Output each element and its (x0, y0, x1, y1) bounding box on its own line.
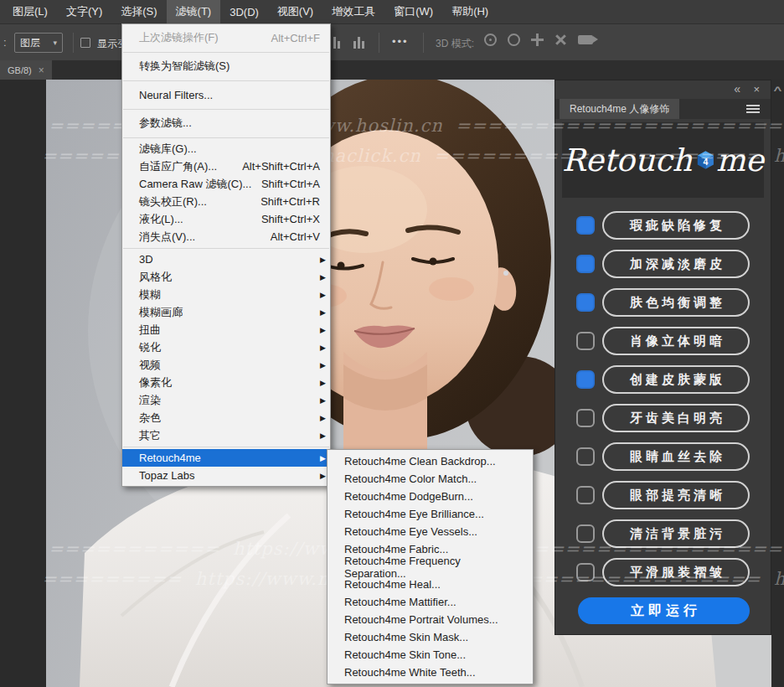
submenu-item[interactable]: Retouch4me DodgeBurn... (328, 488, 533, 505)
submenu-item[interactable]: Retouch4me Heal... (328, 576, 533, 593)
panel-tab[interactable]: Retouch4me 人像修饰 (560, 99, 679, 119)
submenu-arrow-icon: ▶ (320, 379, 326, 387)
filter-menu-item[interactable]: 杂色▶ (122, 409, 330, 426)
feature-button[interactable]: 肖像立体明暗 (602, 327, 750, 355)
filter-menu-item[interactable]: 模糊▶ (122, 286, 330, 303)
feature-checkbox[interactable] (576, 216, 595, 235)
filter-menu-item[interactable]: 3D▶ (122, 251, 330, 268)
layer-select-dropdown[interactable]: 图层 ▾ (14, 33, 63, 53)
filter-menu-item[interactable]: Retouch4me▶ (122, 449, 330, 467)
menubar-item[interactable]: 滤镜(T) (167, 0, 221, 23)
feature-button[interactable]: 肤色均衡调整 (602, 288, 750, 317)
feature-checkbox[interactable] (576, 447, 595, 466)
feature-button[interactable]: 牙齿美白明亮 (602, 404, 750, 432)
filter-menu-item[interactable]: 参数滤镜... (122, 111, 330, 135)
menubar-item[interactable]: 文字(Y) (57, 0, 111, 23)
filter-menu-item[interactable]: 转换为智能滤镜(S) (122, 54, 330, 78)
filter-menu-item[interactable]: 镜头校正(R)...Shift+Ctrl+R (122, 193, 330, 210)
submenu-item[interactable]: Retouch4me Clean Backdrop... (328, 452, 533, 470)
document-tab[interactable]: GB/8) × (0, 60, 52, 80)
feature-button[interactable]: 平滑服装褶皱 (602, 558, 750, 586)
close-panel-icon[interactable]: × (753, 83, 760, 96)
filter-menu-item[interactable]: 消失点(V)...Alt+Ctrl+V (122, 228, 330, 245)
distribute-horizontal-icon[interactable] (333, 35, 340, 49)
feature-button-label: 肖像立体明暗 (630, 333, 725, 349)
menu-item-label: 锐化 (139, 340, 161, 355)
retouch4me-panel: « × Retouch4me 人像修饰 Retouch 4 me 瑕疵缺陷修复加… (554, 80, 771, 635)
feature-checkbox[interactable] (576, 409, 595, 427)
feature-button[interactable]: 眼睛血丝去除 (602, 442, 750, 471)
menu-item-label: Retouch4me Eye Brilliance... (344, 508, 484, 520)
submenu-arrow-icon: ▶ (320, 308, 326, 317)
submenu-item[interactable]: Retouch4me Skin Tone... (328, 646, 533, 664)
filter-menu-item[interactable]: 像素化▶ (122, 374, 330, 391)
feature-checkbox[interactable] (576, 486, 595, 504)
3d-camera-icon[interactable] (578, 35, 593, 44)
filter-menu-item[interactable]: Topaz Labs▶ (122, 467, 330, 484)
3d-orbit-icon[interactable] (484, 34, 497, 46)
submenu-arrow-icon: ▶ (320, 396, 326, 405)
submenu-item[interactable]: Retouch4me Mattifier... (328, 593, 533, 611)
show-transform-checkbox[interactable] (80, 38, 90, 48)
filter-menu-item[interactable]: 风格化▶ (122, 268, 330, 286)
feature-button-label: 创建皮肤蒙版 (630, 372, 725, 388)
filter-menu-item[interactable]: 渲染▶ (122, 391, 330, 409)
menu-item-label: Retouch4me Portrait Volumes... (344, 613, 498, 626)
filter-menu-item[interactable]: 上次滤镜操作(F)Alt+Ctrl+F (122, 26, 330, 49)
menubar-item[interactable]: 视图(V) (268, 0, 322, 23)
3d-pan-icon[interactable] (531, 34, 544, 46)
distribute-vertical-icon[interactable] (353, 35, 364, 49)
filter-menu-item[interactable]: 液化(L)...Shift+Ctrl+X (122, 210, 330, 228)
filter-menu-item[interactable]: 视频▶ (122, 356, 330, 374)
3d-roll-icon[interactable] (508, 34, 520, 46)
filter-menu-item[interactable]: 滤镜库(G)... (122, 140, 330, 158)
menu-item-label: Retouch4me DodgeBurn... (344, 490, 473, 503)
feature-button-label: 眼睛血丝去除 (630, 449, 725, 465)
run-now-button[interactable]: 立即运行 (578, 597, 750, 624)
retouch4me-submenu: Retouch4me Clean Backdrop...Retouch4me C… (327, 449, 534, 684)
filter-menu-item[interactable]: 模糊画廊▶ (122, 303, 330, 321)
submenu-item[interactable]: Retouch4me Portrait Volumes... (328, 611, 533, 628)
feature-button[interactable]: 创建皮肤蒙版 (602, 365, 750, 394)
feature-checkbox[interactable] (576, 332, 595, 350)
feature-button[interactable]: 加深减淡磨皮 (602, 250, 750, 278)
menubar-item[interactable]: 3D(D) (220, 0, 268, 23)
filter-menu-item[interactable]: 扭曲▶ (122, 321, 330, 338)
submenu-item[interactable]: Retouch4me Eye Vessels... (328, 523, 533, 540)
feature-button[interactable]: 眼部提亮清晰 (602, 481, 750, 509)
feature-button[interactable]: 清洁背景脏污 (602, 519, 750, 548)
filter-menu-item[interactable]: Neural Filters... (122, 83, 330, 106)
menubar-item[interactable]: 选择(S) (111, 0, 166, 23)
submenu-item[interactable]: Retouch4me Color Match... (328, 470, 533, 488)
panel-menu-icon[interactable] (746, 105, 760, 113)
filter-menu-item[interactable]: 其它▶ (122, 426, 330, 444)
feature-checkbox[interactable] (576, 255, 595, 273)
filter-menu-item[interactable]: 自适应广角(A)...Alt+Shift+Ctrl+A (122, 158, 330, 175)
feature-checkbox[interactable] (576, 563, 595, 581)
filter-menu-item[interactable]: 锐化▶ (122, 338, 330, 356)
chevron-down-icon: ▾ (53, 39, 57, 47)
feature-checkbox[interactable] (576, 524, 595, 543)
menu-item-label: 其它 (139, 428, 161, 443)
collapse-panel-icon[interactable]: « (734, 82, 740, 96)
menubar-item[interactable]: 帮助(H) (442, 0, 498, 23)
menubar-item[interactable]: 窗口(W) (384, 0, 442, 23)
panel-row: 牙齿美白明亮 (555, 404, 771, 432)
menu-item-label: 像素化 (139, 375, 172, 390)
submenu-item[interactable]: Retouch4me White Teeth... (328, 664, 533, 681)
feature-checkbox[interactable] (576, 293, 595, 312)
close-icon[interactable]: × (39, 65, 44, 76)
submenu-arrow-icon: ▶ (320, 431, 326, 440)
filter-menu-item[interactable]: Camera Raw 滤镜(C)...Shift+Ctrl+A (122, 175, 330, 193)
submenu-item[interactable]: Retouch4me Frequency Separation... (328, 558, 533, 576)
feature-checkbox[interactable] (576, 370, 595, 389)
feature-button[interactable]: 瑕疵缺陷修复 (602, 211, 750, 240)
3d-slide-icon[interactable] (552, 31, 570, 49)
more-options-icon[interactable]: ••• (392, 35, 409, 48)
menubar-item[interactable]: 增效工具 (322, 0, 384, 23)
submenu-item[interactable]: Retouch4me Skin Mask... (328, 628, 533, 646)
menubar-item[interactable]: 图层(L) (3, 0, 57, 23)
scroll-up-icon[interactable]: ^ (774, 85, 782, 687)
submenu-item[interactable]: Retouch4me Eye Brilliance... (328, 505, 533, 523)
menu-item-label: Retouch4me Heal... (344, 578, 441, 591)
